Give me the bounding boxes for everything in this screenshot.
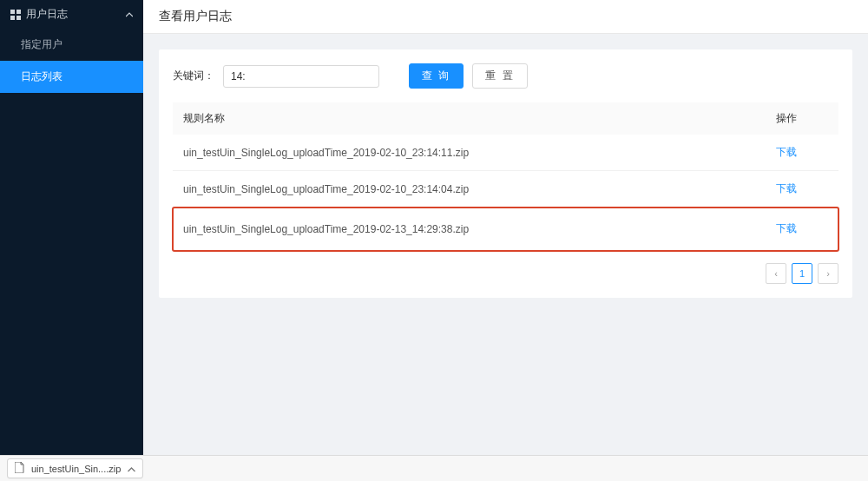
chevron-up-icon[interactable]	[128, 464, 135, 474]
pagination-next[interactable]: ›	[818, 263, 838, 284]
cell-name: uin_testUin_SingleLog_uploadTime_2019-02…	[183, 223, 776, 235]
table-header: 规则名称 操作	[173, 102, 838, 135]
reset-button[interactable]: 重 置	[472, 63, 527, 89]
download-link[interactable]: 下载	[776, 222, 797, 234]
table-row: uin_testUin_SingleLog_uploadTime_2019-02…	[173, 135, 838, 171]
sidebar-group-label: 用户日志	[26, 7, 121, 22]
keyword-input[interactable]	[223, 65, 379, 88]
table-row: uin_testUin_SingleLog_uploadTime_2019-02…	[173, 208, 838, 251]
sidebar-item-log-list[interactable]: 日志列表	[0, 61, 143, 93]
column-header-action: 操作	[776, 111, 828, 126]
grid-icon	[10, 10, 21, 20]
svg-rect-0	[10, 10, 15, 14]
svg-rect-2	[10, 16, 15, 20]
sidebar-group-user-logs[interactable]: 用户日志	[0, 0, 143, 29]
download-filename: uin_testUin_Sin....zip	[31, 464, 121, 474]
filter-row: 关键词： 查 询 重 置	[173, 63, 838, 89]
sidebar-item-label: 日志列表	[21, 70, 62, 82]
svg-rect-3	[16, 16, 21, 20]
pagination-prev[interactable]: ‹	[766, 263, 786, 284]
download-chip[interactable]: uin_testUin_Sin....zip	[7, 458, 143, 478]
sidebar: 用户日志 指定用户 日志列表	[0, 0, 143, 455]
download-link[interactable]: 下载	[776, 182, 797, 194]
file-icon	[15, 462, 24, 475]
keyword-label: 关键词：	[173, 69, 214, 83]
chevron-up-icon	[126, 12, 133, 17]
search-button[interactable]: 查 询	[409, 63, 464, 89]
page-title: 查看用户日志	[143, 0, 868, 34]
main-content: 查看用户日志 关键词： 查 询 重 置 规则名称 操作 uin_te	[143, 0, 868, 455]
content-card: 关键词： 查 询 重 置 规则名称 操作 uin_testUin_SingleL…	[159, 49, 852, 298]
cell-name: uin_testUin_SingleLog_uploadTime_2019-02…	[183, 183, 776, 195]
table-row: uin_testUin_SingleLog_uploadTime_2019-02…	[173, 171, 838, 208]
logs-table: 规则名称 操作 uin_testUin_SingleLog_uploadTime…	[173, 102, 838, 251]
table-body: uin_testUin_SingleLog_uploadTime_2019-02…	[173, 135, 838, 251]
pagination-page-1[interactable]: 1	[792, 263, 812, 284]
sidebar-item-label: 指定用户	[21, 38, 62, 50]
pagination: ‹ 1 ›	[173, 263, 838, 284]
cell-name: uin_testUin_SingleLog_uploadTime_2019-02…	[183, 147, 776, 159]
download-link[interactable]: 下载	[776, 146, 797, 158]
browser-download-bar: uin_testUin_Sin....zip	[0, 455, 868, 481]
column-header-name: 规则名称	[183, 111, 776, 126]
sidebar-item-specified-user[interactable]: 指定用户	[0, 29, 143, 61]
svg-rect-1	[16, 10, 21, 14]
